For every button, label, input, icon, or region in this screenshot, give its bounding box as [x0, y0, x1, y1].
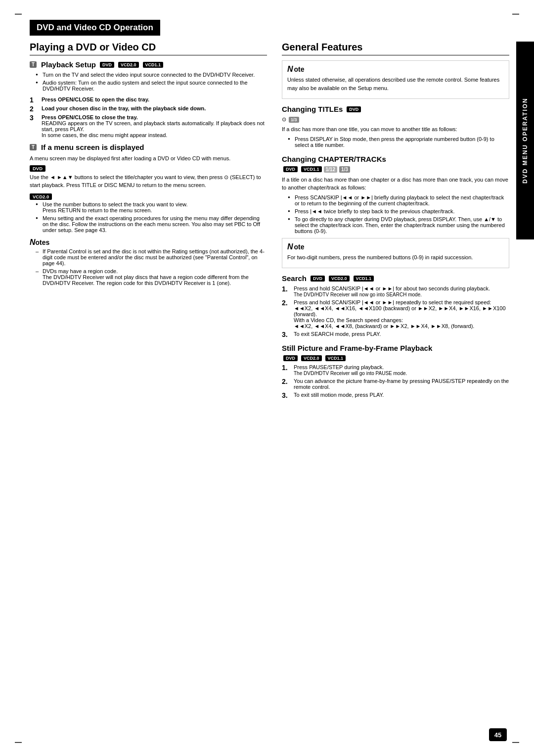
playback-setup-list: Turn on the TV and select the video inpu…: [30, 72, 267, 92]
side-tab: DVD MENU OPERATION: [516, 42, 534, 239]
search-step-num-1: 1.: [282, 285, 290, 297]
search-step-content-3: To exit SEARCH mode, press PLAY.: [294, 331, 509, 338]
menu-screen-title: T If a menu screen is displayed: [30, 143, 267, 151]
changing-chapters-section: Changing CHAPTER/TRACKs DVD VCD1.1 1/12 …: [282, 155, 509, 234]
notes-header: Notes: [30, 238, 267, 247]
right-column: DVD MENU OPERATION General Features Note…: [282, 42, 509, 401]
left-column: Playing a DVD or Video CD T Playback Set…: [30, 42, 267, 401]
corner-mark-bl: —: [15, 738, 22, 746]
chapters-note-text: For two-digit numbers, press the numbere…: [287, 253, 504, 262]
step-content-3: Press OPEN/CLOSE to close the tray. READ…: [42, 114, 267, 138]
changing-titles-list: Press DISPLAY in Stop mode, then press t…: [282, 136, 509, 148]
badge-vcd11-search: VCD1.1: [354, 276, 374, 282]
step-2: 2 Load your chosen disc in the tray, wit…: [30, 105, 267, 112]
still-step-content-3: To exit still motion mode, press PLAY.: [294, 392, 509, 399]
badge-vcd20-playback: VCD2.0: [118, 62, 139, 68]
list-item: If Parental Control is set and the disc …: [36, 248, 267, 266]
page: — — — — DVD and Video CD Operation Playi…: [0, 0, 534, 756]
playback-setup-title: T Playback Setup DVD VCD2.0 VCD1.1: [30, 60, 267, 69]
num-1-3-badge: 1/3: [339, 166, 350, 173]
list-item: Press SCAN/SKIP |◄◄ or ►►| briefly durin…: [288, 194, 509, 206]
search-step-3: 3. To exit SEARCH mode, press PLAY.: [282, 331, 509, 338]
search-title: Search DVD VCD2.0 VCD1.1: [282, 274, 509, 283]
main-content: Playing a DVD or Video CD T Playback Set…: [30, 42, 509, 401]
still-step-content-1: Press PAUSE/STEP during playback. The DV…: [294, 364, 509, 376]
num-1-12-badge: 1/12: [324, 166, 337, 173]
changing-chapters-list: Press SCAN/SKIP |◄◄ or ►►| briefly durin…: [282, 194, 509, 234]
search-step-num-3: 3.: [282, 331, 290, 338]
still-step-content-2: You can advance the picture frame-by-fra…: [294, 378, 509, 390]
right-section-title: General Features: [282, 42, 509, 55]
changing-titles-intro: If a disc has more than one title, you c…: [282, 125, 509, 134]
step-num-2: 2: [30, 105, 38, 112]
step-num-1: 1: [30, 96, 38, 103]
changing-chapters-intro: If a title on a disc has more than one c…: [282, 176, 509, 192]
step-3: 3 Press OPEN/CLOSE to close the tray. RE…: [30, 114, 267, 138]
list-item: Press DISPLAY in Stop mode, then press t…: [288, 136, 509, 148]
chapter-banner: DVD and Video CD Operation: [30, 20, 160, 36]
search-step-2: 2. Press and hold SCAN/SKIP |◄◄ or ►►| r…: [282, 299, 509, 329]
still-step-num-3: 3.: [282, 392, 290, 399]
still-step-1: 1. Press PAUSE/STEP during playback. The…: [282, 364, 509, 376]
still-step-num-1: 1.: [282, 364, 290, 376]
step-content-2: Load your chosen disc in the tray, with …: [42, 105, 267, 112]
chapters-note-title: Note: [287, 242, 504, 251]
badge-vcd11-still: VCD1.1: [325, 355, 346, 361]
badge-dvd-search: DVD: [311, 276, 325, 282]
fraction-badge: 1/3: [289, 117, 299, 123]
general-note-text: Unless stated otherwise, all operations …: [287, 76, 504, 92]
note-n-icon: N: [287, 65, 293, 74]
search-section: Search DVD VCD2.0 VCD1.1 1. Press and ho…: [282, 274, 509, 338]
list-item: To go directly to any chapter during DVD…: [288, 216, 509, 234]
dvd-badge-label: DVD: [30, 165, 45, 172]
badge-dvd-still: DVD: [283, 355, 298, 361]
left-notes-section: Notes If Parental Control is set and the…: [30, 238, 267, 286]
badge-vcd20-search: VCD2.0: [329, 276, 350, 282]
t-icon-menu: T: [30, 144, 37, 150]
chapters-note-box: Note For two-digit numbers, press the nu…: [282, 238, 509, 269]
badge-dvd-chapters: DVD: [283, 166, 298, 172]
still-picture-title: Still Picture and Frame-by-Frame Playbac…: [282, 344, 509, 352]
general-note-box: Note Unless stated otherwise, all operat…: [282, 60, 509, 99]
menu-screen-intro: A menu screen may be displayed first aft…: [30, 154, 267, 163]
still-step-3: 3. To exit still motion mode, press PLAY…: [282, 392, 509, 399]
list-item: Turn on the TV and select the video inpu…: [36, 72, 267, 78]
changing-titles-section: Changing TITLEs DVD ⊙ 1/3 If a disc has …: [282, 105, 509, 148]
list-item: Use the number buttons to select the tra…: [36, 201, 267, 213]
changing-titles-title: Changing TITLEs DVD: [282, 105, 509, 113]
changing-chapters-title: Changing CHAPTER/TRACKs: [282, 155, 509, 163]
badge-vcd11-playback: VCD1.1: [143, 62, 164, 68]
search-step-content-2: Press and hold SCAN/SKIP |◄◄ or ►►| repe…: [294, 299, 509, 329]
page-number: 45: [489, 728, 507, 741]
still-picture-section: Still Picture and Frame-by-Frame Playbac…: [282, 344, 509, 399]
step-num-3: 3: [30, 114, 38, 138]
badge-vcd20-still: VCD2.0: [301, 355, 322, 361]
disc-display-icon: ⊙ 1/3: [282, 116, 299, 123]
dvd-subsection: DVD Use the ◄ ►▲▼ buttons to select the …: [30, 165, 267, 189]
dvd-text: Use the ◄ ►▲▼ buttons to select the titl…: [30, 173, 267, 189]
corner-mark-br: —: [512, 738, 519, 746]
step-1: 1 Press OPEN/CLOSE to open the disc tray…: [30, 96, 267, 103]
t-icon: T: [30, 61, 37, 68]
search-step-num-2: 2.: [282, 299, 290, 329]
list-item: Menu setting and the exact operating pro…: [36, 215, 267, 233]
list-item: Press |◄◄ twice briefly to step back to …: [288, 208, 509, 214]
search-step-1: 1. Press and hold SCAN/SKIP |◄◄ or ►►| f…: [282, 285, 509, 297]
still-step-2: 2. You can advance the picture frame-by-…: [282, 378, 509, 390]
list-item: DVDs may have a region code.The DVD/HDTV…: [36, 268, 267, 286]
vcd20-subsection: VCD2.0 Use the number buttons to select …: [30, 193, 267, 233]
corner-mark-tr: —: [512, 10, 519, 18]
vcd20-list: Use the number buttons to select the tra…: [30, 201, 267, 233]
menu-screen-section: T If a menu screen is displayed A menu s…: [30, 143, 267, 233]
note-n-icon-2: N: [287, 242, 293, 251]
corner-mark-tl: —: [15, 10, 22, 18]
badge-dvd-playback: DVD: [100, 62, 114, 68]
chapters-badges: DVD VCD1.1 1/12 1/3: [282, 166, 509, 173]
still-step-num-2: 2.: [282, 378, 290, 390]
steps-container: 1 Press OPEN/CLOSE to open the disc tray…: [30, 96, 267, 138]
step-content-1: Press OPEN/CLOSE to open the disc tray.: [42, 96, 267, 103]
search-step-content-1: Press and hold SCAN/SKIP |◄◄ or ►►| for …: [294, 285, 509, 297]
notes-list: If Parental Control is set and the disc …: [30, 248, 267, 286]
vcd20-badge-label: VCD2.0: [30, 193, 52, 200]
badge-dvd-titles: DVD: [347, 106, 361, 112]
